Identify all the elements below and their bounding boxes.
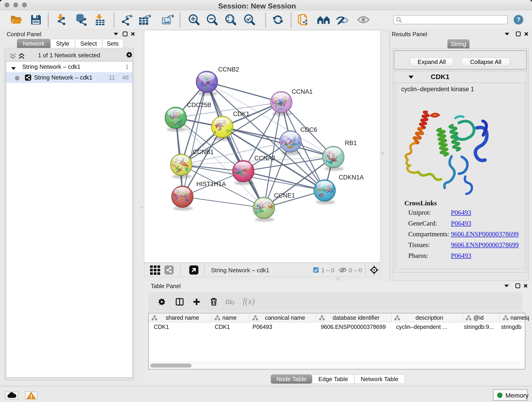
svg-text:CCNA1: CCNA1 xyxy=(292,88,313,95)
svg-text:CDC6: CDC6 xyxy=(300,126,317,133)
svg-text:CDKN1A: CDKN1A xyxy=(339,174,364,181)
svg-text:CCNB2: CCNB2 xyxy=(218,66,239,73)
svg-text:CCNB1: CCNB1 xyxy=(193,148,214,155)
svg-text:CDC25B: CDC25B xyxy=(187,102,211,108)
svg-text:?: ? xyxy=(516,16,520,23)
svg-text:HIST1H1A: HIST1H1A xyxy=(196,181,226,187)
svg-text:CDK1: CDK1 xyxy=(233,110,249,117)
svg-text:CCNE1: CCNE1 xyxy=(274,192,295,199)
svg-text:CCNA2: CCNA2 xyxy=(254,155,275,162)
svg-text:RB1: RB1 xyxy=(345,140,357,147)
